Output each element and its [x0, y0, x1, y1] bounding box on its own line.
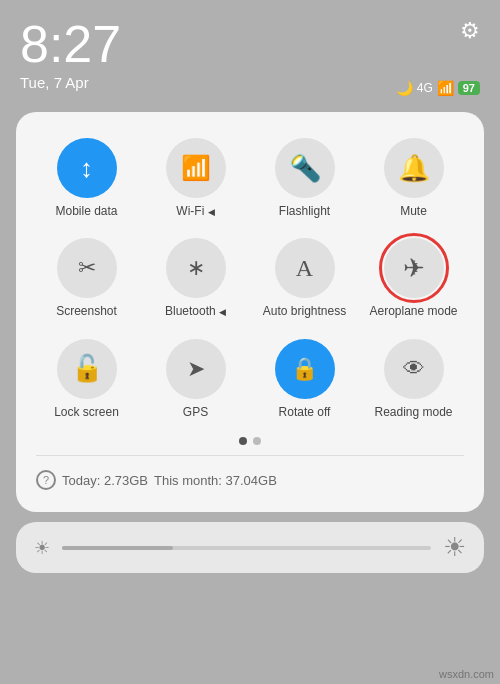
watermark: wsxdn.com [439, 668, 494, 680]
flashlight-label: Flashlight [279, 204, 330, 218]
status-icons: 🌙 4G 📶 97 [396, 80, 480, 96]
settings-icon[interactable]: ⚙ [460, 18, 480, 44]
qs-item-screenshot: ✂ Screenshot [32, 232, 141, 324]
qs-item-mute: 🔔 Mute [359, 132, 468, 224]
qs-item-wifi: 📶 Wi-Fi ◀ [141, 132, 250, 224]
network-bars-icon: 📶 [437, 80, 454, 96]
reading-mode-icon: 👁 [403, 356, 425, 382]
data-usage-icon: ? [36, 470, 56, 490]
today-usage: Today: 2.73GB [62, 473, 148, 488]
brightness-low-icon: ☀ [34, 537, 50, 559]
brightness-track[interactable] [62, 546, 431, 550]
qs-item-rotate-off: 🔒 Rotate off [250, 333, 359, 425]
page-dot-2 [253, 437, 261, 445]
auto-brightness-icon: A [296, 255, 313, 282]
flashlight-button[interactable]: 🔦 [275, 138, 335, 198]
month-usage: This month: 37.04GB [154, 473, 277, 488]
auto-brightness-label: Auto brightness [263, 304, 346, 318]
qs-item-reading-mode: 👁 Reading mode [359, 333, 468, 425]
bluetooth-icon: ∗ [187, 255, 205, 281]
qs-item-aeroplane-mode: ✈ Aeroplane mode [359, 232, 468, 324]
screenshot-label: Screenshot [56, 304, 117, 318]
brightness-high-icon: ☀ [443, 532, 466, 563]
lock-screen-icon: 🔓 [71, 353, 103, 384]
lock-screen-button[interactable]: 🔓 [57, 339, 117, 399]
gps-label: GPS [183, 405, 208, 419]
mute-label: Mute [400, 204, 427, 218]
gps-icon: ➤ [187, 356, 205, 382]
qs-item-gps: ➤ GPS [141, 333, 250, 425]
bluetooth-label: Bluetooth ◀ [165, 304, 226, 318]
data-usage-row: ? Today: 2.73GB This month: 37.04GB [32, 464, 468, 496]
wifi-label: Wi-Fi ◀ [176, 204, 214, 218]
quick-settings-grid: ↕ Mobile data 📶 Wi-Fi ◀ 🔦 Flashlight 🔔 M… [32, 132, 468, 425]
wifi-button[interactable]: 📶 [166, 138, 226, 198]
rotate-off-icon: 🔒 [291, 356, 318, 382]
page-dot-1 [239, 437, 247, 445]
battery-indicator: 97 [458, 81, 480, 95]
aeroplane-mode-icon: ✈ [403, 253, 425, 284]
qs-item-lock-screen: 🔓 Lock screen [32, 333, 141, 425]
status-bar: 8:27 Tue, 7 Apr ⚙ 🌙 4G 📶 97 [0, 0, 500, 104]
page-dots [32, 437, 468, 445]
mobile-data-icon: ↕ [80, 153, 93, 184]
reading-mode-label: Reading mode [374, 405, 452, 419]
auto-brightness-button[interactable]: A [275, 238, 335, 298]
mute-button[interactable]: 🔔 [384, 138, 444, 198]
lock-screen-label: Lock screen [54, 405, 119, 419]
wifi-icon: 📶 [181, 154, 211, 182]
qs-item-auto-brightness: A Auto brightness [250, 232, 359, 324]
screenshot-button[interactable]: ✂ [57, 238, 117, 298]
mute-icon: 🔔 [398, 153, 430, 184]
aeroplane-mode-label: Aeroplane mode [369, 304, 457, 318]
brightness-bar-container: ☀ ☀ [16, 522, 484, 573]
mobile-data-button[interactable]: ↕ [57, 138, 117, 198]
aeroplane-mode-button[interactable]: ✈ [384, 238, 444, 298]
qs-item-flashlight: 🔦 Flashlight [250, 132, 359, 224]
reading-mode-button[interactable]: 👁 [384, 339, 444, 399]
mobile-data-label: Mobile data [55, 204, 117, 218]
qs-item-bluetooth: ∗ Bluetooth ◀ [141, 232, 250, 324]
rotate-off-button[interactable]: 🔒 [275, 339, 335, 399]
qs-item-mobile-data: ↕ Mobile data [32, 132, 141, 224]
divider [36, 455, 464, 456]
time-display: 8:27 [20, 18, 121, 70]
bluetooth-button[interactable]: ∗ [166, 238, 226, 298]
gps-button[interactable]: ➤ [166, 339, 226, 399]
date-display: Tue, 7 Apr [20, 74, 121, 91]
moon-icon: 🌙 [396, 80, 413, 96]
signal-icon: 4G [417, 81, 433, 95]
quick-settings-panel: ↕ Mobile data 📶 Wi-Fi ◀ 🔦 Flashlight 🔔 M… [16, 112, 484, 512]
brightness-fill [62, 546, 173, 550]
screenshot-icon: ✂ [78, 255, 96, 281]
rotate-off-label: Rotate off [279, 405, 331, 419]
flashlight-icon: 🔦 [289, 153, 321, 184]
